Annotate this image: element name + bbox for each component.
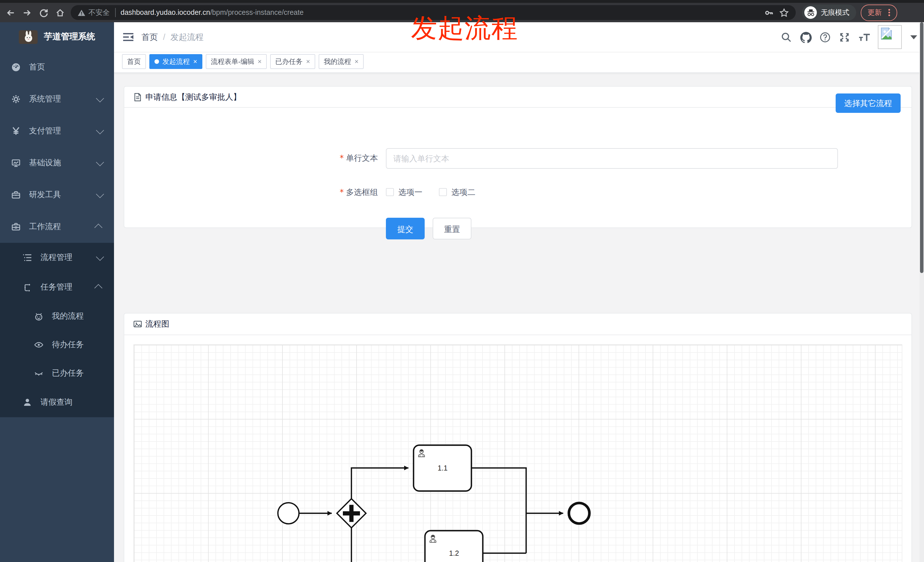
sidebar-item-task-management[interactable]: 任务管理 [0,273,114,302]
password-key-icon[interactable] [763,6,775,19]
document-icon [134,93,142,101]
field-label-checkbox-group: *多选框组 [124,187,378,198]
reset-button[interactable]: 重置 [433,218,471,240]
chevron-down-icon [96,190,104,198]
github-icon[interactable] [800,31,811,42]
sidebar-item-label: 工作流程 [29,222,96,232]
update-label: 更新 [868,8,882,17]
sidebar-item-label: 待办任务 [52,340,114,350]
tags-view-bar: 首页 发起流程 × 流程表单-编辑 × 已办任务 × [114,52,924,73]
browser-menu-icon [885,8,893,17]
app-title: 芋道管理系统 [44,31,95,42]
warning-triangle-icon [78,9,86,16]
sidebar-item-label: 基础设施 [29,158,96,168]
sidebar-item-label: 流程管理 [40,252,96,263]
bpmn-task-label: 1.2 [449,549,459,557]
font-size-icon[interactable] [858,31,869,42]
sidebar-item-workflow[interactable]: 工作流程 [0,211,114,243]
app-logo[interactable]: 芋道管理系统 [0,22,114,51]
chevron-down-icon [96,94,104,102]
avatar-caret-icon[interactable] [910,35,917,39]
sidebar-item-payment[interactable]: 支付管理 [0,115,114,147]
monitor-icon [11,159,21,168]
eye-icon [34,340,44,349]
tab-label: 我的流程 [324,57,351,66]
incognito-icon [804,6,817,19]
search-icon[interactable] [781,31,792,42]
yen-icon [11,127,21,136]
sidebar-item-todo-tasks[interactable]: 待办任务 [0,331,114,359]
flow-icon [23,283,32,292]
security-chip[interactable]: 不安全 [78,8,110,17]
url-domain: dashboard.yudao.iocoder.cn [120,9,210,16]
sidebar-item-label: 研发工具 [29,190,96,200]
tab-label: 首页 [127,57,141,66]
bpmn-user-task-1-2: 1.2 [425,531,483,562]
sidebar-item-my-process[interactable]: 我的流程 [0,302,114,331]
sidebar-item-label: 已办任务 [52,368,114,378]
page-scrollbar[interactable] [920,22,924,562]
tab-close-icon[interactable]: × [258,58,262,65]
breadcrumb-home[interactable]: 首页 [141,31,158,42]
sidebar-item-infrastructure[interactable]: 基础设施 [0,147,114,179]
bpmn-canvas[interactable]: 1.1 1.2 [134,344,902,562]
sidebar-item-done-tasks[interactable]: 已办任务 [0,359,114,388]
fullscreen-icon[interactable] [839,31,850,42]
checkbox-option-one[interactable] [386,188,394,196]
tab-start-process[interactable]: 发起流程 × [149,54,202,69]
checkbox-option-two-label[interactable]: 选项二 [452,187,476,198]
tab-done-tasks[interactable]: 已办任务 × [270,54,315,69]
sidebar-item-label: 我的流程 [52,311,114,321]
browser-back-icon[interactable] [4,6,16,19]
tab-home[interactable]: 首页 [122,54,146,69]
browser-update-button[interactable]: 更新 [861,4,897,21]
page-header: 首页 / 发起流程 [114,22,924,52]
sidebar-item-leave-query[interactable]: 请假查询 [0,388,114,417]
eye-closed-icon [34,369,44,378]
chevron-down-icon [96,158,104,166]
single-line-text-input[interactable] [386,148,838,169]
sidebar-item-devtools[interactable]: 研发工具 [0,179,114,211]
help-icon[interactable] [820,31,831,42]
checkbox-option-one-label[interactable]: 选项一 [399,187,422,198]
scrollbar-thumb[interactable] [920,22,923,273]
tab-my-process[interactable]: 我的流程 × [319,54,364,69]
tab-close-icon[interactable]: × [354,58,358,65]
browser-home-icon[interactable] [54,6,66,19]
required-mark: * [340,187,344,196]
process-diagram-card-title: 流程图 [146,313,169,334]
sidebar-item-process-management[interactable]: 流程管理 [0,243,114,273]
bookmark-star-icon[interactable] [777,6,790,19]
apply-info-card-header: 申请信息【测试多审批人】 [124,87,912,108]
sidebar-item-home[interactable]: 首页 [0,51,114,83]
collapse-menu-icon[interactable] [123,33,134,42]
select-other-process-button[interactable]: 选择其它流程 [836,93,901,113]
checkbox-option-two[interactable] [439,188,447,196]
gear-icon [11,94,21,104]
sidebar-item-system[interactable]: 系统管理 [0,83,114,115]
url-path: /bpm/process-instance/create [210,9,303,16]
breadcrumb-separator: / [163,33,165,42]
address-bar[interactable]: 不安全 dashboard.yudao.iocoder.cn/bpm/proce… [70,5,796,20]
apply-info-card: 申请信息【测试多审批人】 选择其它流程 *单行文本 *多选框组 选项一 [124,86,912,228]
avatar[interactable] [878,25,902,49]
security-label: 不安全 [88,8,110,17]
apply-info-card-title: 申请信息【测试多审批人】 [146,87,241,107]
browser-reload-icon[interactable] [37,6,50,19]
logo-image [19,30,38,43]
bpmn-user-task-1-1: 1.1 [414,445,471,491]
tab-form-edit[interactable]: 流程表单-编辑 × [206,54,267,69]
divider [115,8,116,17]
browser-forward-icon[interactable] [21,6,33,19]
browser-chrome: 不安全 dashboard.yudao.iocoder.cn/bpm/proce… [0,0,924,22]
tab-close-icon[interactable]: × [193,58,197,65]
chevron-down-icon [96,253,104,261]
submit-button[interactable]: 提交 [386,218,424,240]
user-icon [23,398,32,407]
sidebar: 芋道管理系统 首页 系统管理 支付管理 [0,22,114,562]
required-mark: * [340,153,344,162]
sidebar-item-label: 请假查询 [40,397,114,408]
tab-close-icon[interactable]: × [306,58,310,65]
bpmn-task-label: 1.1 [438,464,448,472]
tab-label: 流程表单-编辑 [211,57,254,66]
